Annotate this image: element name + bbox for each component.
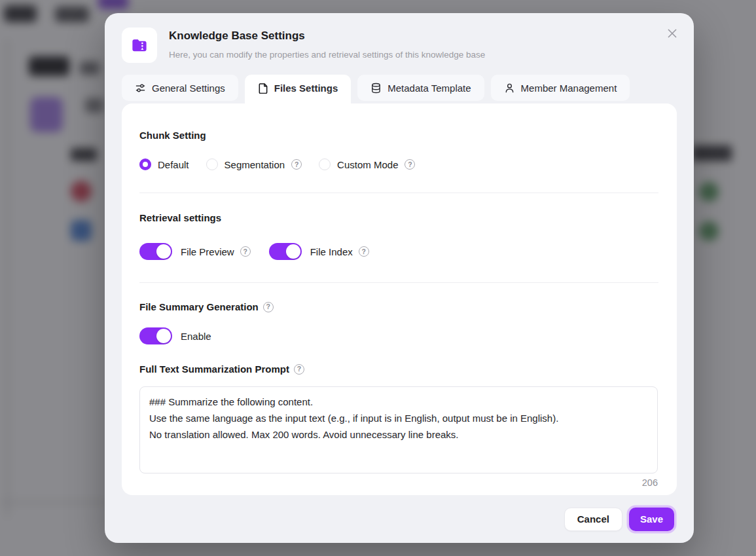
- help-icon[interactable]: ?: [359, 246, 369, 257]
- user-icon: [504, 83, 515, 94]
- modal-header: Knowledge Base Settings Here, you can mo…: [105, 13, 694, 75]
- tab-label: General Settings: [152, 83, 225, 94]
- radio-label: Custom Mode: [337, 159, 398, 170]
- section-divider: [139, 193, 658, 193]
- tab-label: Metadata Template: [387, 83, 471, 94]
- file-preview-toggle[interactable]: [139, 243, 172, 260]
- toggle-label: File Index ?: [310, 246, 369, 257]
- knowledge-base-settings-modal: Knowledge Base Settings Here, you can mo…: [105, 13, 694, 543]
- tab-label: Files Settings: [274, 83, 338, 94]
- radio-unselected-icon[interactable]: [206, 158, 218, 170]
- modal-footer: Cancel Save: [105, 495, 694, 543]
- radio-option-default[interactable]: Default: [139, 158, 189, 170]
- file-preview-label: File Preview: [181, 246, 234, 257]
- character-count: 206: [139, 477, 658, 488]
- cancel-button[interactable]: Cancel: [564, 508, 622, 531]
- radio-unselected-icon[interactable]: [319, 158, 331, 170]
- tab-metadata-template[interactable]: Metadata Template: [357, 75, 484, 101]
- database-icon: [370, 83, 382, 94]
- settings-tab-bar: General Settings Files Settings Metadata…: [105, 75, 694, 101]
- summarization-prompt-input[interactable]: ### Summarize the following content. Use…: [139, 386, 658, 473]
- file-index-label: File Index: [310, 246, 353, 257]
- modal-title: Knowledge Base Settings: [169, 28, 485, 43]
- file-preview-toggle-group: File Preview ?: [139, 243, 251, 260]
- tab-member-management[interactable]: Member Management: [491, 75, 630, 101]
- radio-option-segmentation[interactable]: Segmentation ?: [206, 158, 302, 170]
- file-index-toggle[interactable]: [269, 243, 302, 260]
- close-button[interactable]: [665, 26, 679, 41]
- radio-option-custom-mode[interactable]: Custom Mode ?: [319, 158, 415, 170]
- summary-toggle-row: Enable: [139, 327, 658, 344]
- modal-header-text: Knowledge Base Settings Here, you can mo…: [169, 28, 485, 60]
- chunk-mode-radio-group: Default Segmentation ? Custom Mode ?: [139, 158, 658, 170]
- enable-label: Enable: [181, 331, 211, 342]
- toggle-label: File Preview ?: [181, 246, 251, 257]
- modal-subtitle: Here, you can modify the properties and …: [169, 50, 485, 60]
- summarization-prompt-title: Full Text Summarization Prompt ?: [139, 363, 658, 375]
- help-icon[interactable]: ?: [405, 159, 415, 170]
- tab-files-settings[interactable]: Files Settings: [245, 75, 351, 101]
- help-icon[interactable]: ?: [240, 246, 251, 257]
- sliders-icon: [135, 83, 146, 94]
- close-icon: [666, 28, 678, 39]
- chunk-setting-title: Chunk Setting: [139, 130, 658, 141]
- help-icon[interactable]: ?: [294, 364, 304, 375]
- radio-selected-icon[interactable]: [139, 158, 151, 170]
- help-icon[interactable]: ?: [291, 159, 302, 170]
- tab-label: Member Management: [521, 83, 617, 94]
- radio-label: Segmentation: [225, 159, 285, 170]
- retrieval-settings-title: Retrieval settings: [139, 212, 658, 223]
- file-summary-generation-label: File Summary Generation: [139, 301, 259, 312]
- enable-toggle[interactable]: [139, 327, 172, 344]
- file-summary-generation-title: File Summary Generation ?: [139, 301, 658, 312]
- folder-zipper-icon: [130, 35, 149, 55]
- file-icon: [258, 83, 268, 94]
- help-icon[interactable]: ?: [263, 302, 274, 312]
- radio-label: Default: [158, 159, 189, 170]
- section-divider: [139, 282, 658, 283]
- enable-toggle-group: Enable: [139, 327, 211, 344]
- save-button[interactable]: Save: [629, 508, 674, 531]
- file-index-toggle-group: File Index ?: [269, 243, 369, 260]
- knowledge-base-icon: [122, 28, 157, 63]
- files-settings-panel: Chunk Setting Default Segmentation ? Cus…: [122, 103, 677, 495]
- tab-general-settings[interactable]: General Settings: [122, 75, 238, 101]
- summarization-prompt-label: Full Text Summarization Prompt: [139, 363, 289, 375]
- retrieval-toggles: File Preview ? File Index ?: [139, 243, 658, 260]
